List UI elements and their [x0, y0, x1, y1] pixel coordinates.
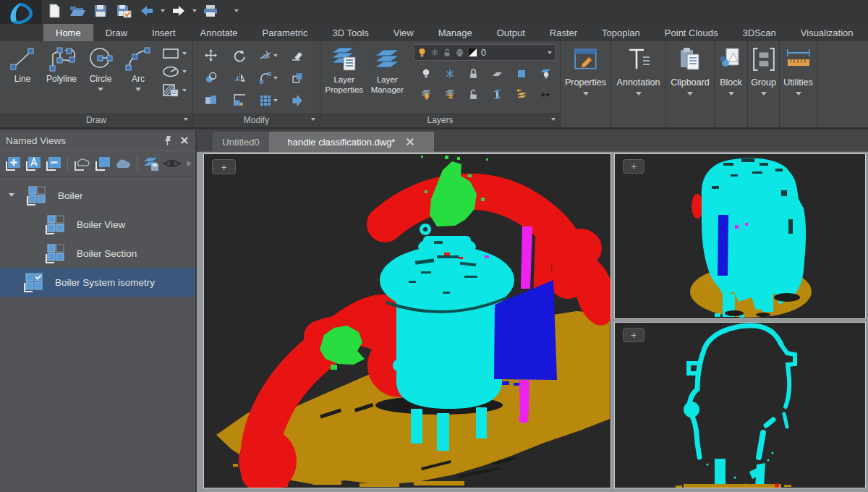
point-cloud-canvas-main[interactable] [204, 154, 610, 488]
ribbon-tab-home[interactable]: Home [43, 24, 93, 41]
close-panel-icon[interactable] [179, 135, 190, 145]
thaw-all-layers-button[interactable] [438, 84, 461, 105]
layer-light-button[interactable] [533, 63, 557, 84]
ribbon-tab-3dtools[interactable]: 3D Tools [320, 24, 380, 41]
hatch-button[interactable] [162, 83, 187, 98]
ribbon-tab-view[interactable]: View [381, 24, 426, 41]
redo-dropdown-caret[interactable] [192, 9, 197, 12]
ribbon-tab-draw[interactable]: Draw [93, 24, 140, 41]
block-button[interactable]: Block [715, 41, 747, 113]
undo-dropdown-caret[interactable] [161, 9, 165, 12]
unlock-layer-button[interactable] [461, 84, 485, 105]
layer-current-button[interactable] [509, 63, 533, 84]
ribbon-tab-output[interactable]: Output [485, 24, 537, 41]
rectangle-button[interactable] [162, 47, 187, 60]
layer-lock-button[interactable] [461, 63, 485, 84]
fillet-button[interactable] [254, 67, 283, 89]
layer-off-button[interactable] [485, 63, 509, 84]
ribbon-tab-more[interactable]: Mor [866, 24, 868, 41]
layer-manager-button[interactable]: Layer Manager [365, 44, 409, 96]
ellipse-button[interactable] [162, 65, 187, 78]
offset-button[interactable] [283, 67, 312, 89]
arc-dropdown-caret[interactable] [135, 88, 141, 91]
viewport-controls-button[interactable]: + [623, 328, 644, 342]
ribbon-tab-raster[interactable]: Raster [537, 24, 590, 41]
ribbon-tab-parametric[interactable]: Parametric [250, 24, 320, 41]
point-cloud-canvas-bottom[interactable] [615, 323, 865, 488]
group-caret[interactable] [761, 92, 767, 96]
tree-item-boiler[interactable]: Boiler [0, 181, 195, 210]
open-file-button[interactable] [68, 1, 87, 20]
polyline-button[interactable]: Polyline [42, 44, 81, 84]
ribbon-tab-pointclouds[interactable]: Point Clouds [652, 24, 731, 41]
properties-caret[interactable] [583, 92, 589, 96]
ribbon-tab-manage[interactable]: Manage [426, 24, 485, 41]
viewport-main-isometric[interactable]: + [203, 153, 611, 488]
array-button[interactable] [254, 89, 283, 111]
rect-boundary-button[interactable] [94, 154, 111, 173]
line-button[interactable]: Line [3, 44, 42, 84]
viewport-section-view[interactable]: + [614, 322, 866, 488]
copy-button[interactable] [196, 67, 225, 89]
arc-button[interactable]: Arc [120, 44, 156, 91]
annotation-caret[interactable] [636, 92, 642, 96]
trim-button[interactable] [254, 44, 283, 67]
move-button[interactable] [196, 44, 225, 67]
layer-properties-button[interactable]: Layer Properties [323, 44, 365, 96]
erase-button[interactable] [283, 44, 312, 67]
viewport-controls-button[interactable]: + [212, 159, 236, 174]
block-caret[interactable] [728, 92, 734, 96]
scale-button[interactable] [225, 89, 254, 111]
move-to-layer-button[interactable] [509, 84, 533, 105]
ribbon-tab-3dscan[interactable]: 3DScan [731, 24, 788, 41]
viewport-controls-button[interactable]: + [623, 159, 644, 174]
layer-select-combo[interactable]: 0 [414, 44, 556, 61]
expander-chevron-icon[interactable] [9, 193, 14, 197]
tree-item-boiler-section[interactable]: Boiler Section [0, 239, 195, 268]
ribbon-tab-insert[interactable]: Insert [140, 24, 188, 41]
preview-view-button[interactable] [163, 154, 182, 173]
delete-view-button[interactable] [45, 154, 62, 173]
stretch-button[interactable] [196, 89, 225, 111]
clipboard-button[interactable]: Clipboard [666, 41, 714, 113]
viewport-front-view[interactable]: + [614, 153, 866, 319]
undo-button[interactable] [137, 1, 156, 20]
layers-panel-footer[interactable]: Layers [320, 113, 560, 127]
circle-button[interactable]: Circle [81, 44, 120, 91]
ribbon-tab-annotate[interactable]: Annotate [188, 24, 250, 41]
layer-isolate-button[interactable] [485, 84, 509, 105]
annotation-button[interactable]: Annotation [611, 41, 665, 113]
ribbon-tab-topoplan[interactable]: Topoplan [590, 24, 652, 41]
properties-button[interactable]: Properties [561, 41, 610, 113]
draw-panel-footer[interactable]: Draw [0, 113, 192, 127]
modify-panel-footer[interactable]: Modify [193, 113, 320, 127]
clipboard-caret[interactable] [687, 92, 693, 96]
tree-item-boiler-system-isometry[interactable]: Boiler System isometry [0, 268, 195, 297]
utilities-caret[interactable] [796, 92, 801, 96]
save-button[interactable] [91, 1, 110, 20]
circle-dropdown-caret[interactable] [98, 88, 103, 91]
pin-icon[interactable] [161, 135, 172, 146]
save-views-button[interactable] [142, 154, 160, 173]
all-layers-on-button[interactable] [414, 84, 438, 105]
close-document-icon[interactable] [405, 137, 415, 147]
rotate-button[interactable] [225, 44, 254, 67]
explode-button[interactable] [283, 89, 312, 111]
layer-on-button[interactable] [414, 63, 438, 84]
group-button[interactable]: Group [748, 41, 779, 113]
layer-freeze-button[interactable] [438, 63, 461, 84]
print-button[interactable] [201, 1, 220, 20]
redo-button[interactable] [169, 1, 188, 20]
mirror-button[interactable] [225, 67, 254, 89]
doc-tab-untitled0[interactable]: Untitled0 [213, 132, 269, 152]
utilities-button[interactable]: Utilities [780, 41, 817, 113]
layer-combo-caret[interactable] [548, 51, 552, 54]
tree-item-boiler-view[interactable]: Boiler View [0, 210, 195, 239]
new-auto-view-button[interactable] [25, 154, 42, 173]
polygon-boundary-button[interactable] [114, 154, 132, 173]
new-view-button[interactable] [4, 154, 22, 173]
new-file-button[interactable] [45, 1, 64, 20]
point-cloud-canvas-top[interactable] [615, 154, 865, 318]
ribbon-tab-visualization[interactable]: Visualization [788, 24, 866, 41]
cloud-boundary-button[interactable] [73, 154, 90, 173]
